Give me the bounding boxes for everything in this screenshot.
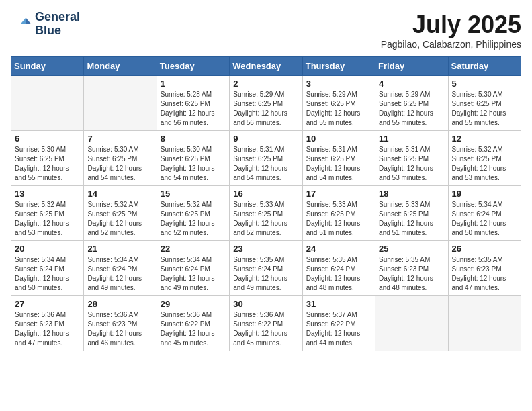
month-title: July 2025 <box>381 11 521 39</box>
calendar-cell: 2Sunrise: 5:29 AMSunset: 6:25 PMDaylight… <box>230 76 302 131</box>
calendar-cell: 28Sunrise: 5:36 AMSunset: 6:23 PMDayligh… <box>84 296 157 351</box>
day-number: 17 <box>306 189 371 199</box>
day-info: Sunrise: 5:28 AMSunset: 6:25 PMDaylight:… <box>161 90 226 128</box>
day-info: Sunrise: 5:33 AMSunset: 6:25 PMDaylight:… <box>233 200 298 238</box>
calendar-week-row: 1Sunrise: 5:28 AMSunset: 6:25 PMDaylight… <box>11 76 521 131</box>
calendar-cell: 1Sunrise: 5:28 AMSunset: 6:25 PMDaylight… <box>157 76 229 131</box>
logo-text: General Blue <box>35 11 80 38</box>
calendar-cell: 26Sunrise: 5:35 AMSunset: 6:23 PMDayligh… <box>448 241 521 296</box>
calendar-cell: 19Sunrise: 5:34 AMSunset: 6:24 PMDayligh… <box>448 186 521 241</box>
logo-icon <box>11 13 32 35</box>
calendar-week-row: 27Sunrise: 5:36 AMSunset: 6:23 PMDayligh… <box>11 296 521 351</box>
calendar-cell: 3Sunrise: 5:29 AMSunset: 6:25 PMDaylight… <box>302 76 375 131</box>
day-number: 12 <box>452 134 517 144</box>
day-number: 6 <box>15 134 80 144</box>
calendar-cell: 6Sunrise: 5:30 AMSunset: 6:25 PMDaylight… <box>11 131 84 186</box>
day-info: Sunrise: 5:37 AMSunset: 6:22 PMDaylight:… <box>306 310 371 348</box>
day-number: 9 <box>233 134 298 144</box>
day-number: 31 <box>306 299 371 309</box>
day-info: Sunrise: 5:31 AMSunset: 6:25 PMDaylight:… <box>379 145 444 183</box>
logo-line1: General <box>35 11 80 24</box>
day-info: Sunrise: 5:34 AMSunset: 6:24 PMDaylight:… <box>452 200 517 238</box>
day-number: 30 <box>233 299 298 309</box>
day-info: Sunrise: 5:35 AMSunset: 6:24 PMDaylight:… <box>306 255 371 293</box>
day-info: Sunrise: 5:29 AMSunset: 6:25 PMDaylight:… <box>306 90 371 128</box>
calendar-cell: 24Sunrise: 5:35 AMSunset: 6:24 PMDayligh… <box>302 241 375 296</box>
calendar-cell <box>448 296 521 351</box>
day-info: Sunrise: 5:30 AMSunset: 6:25 PMDaylight:… <box>15 145 80 183</box>
page-header: General Blue July 2025 Pagbilao, Calabar… <box>11 11 521 50</box>
day-number: 28 <box>87 299 152 309</box>
day-info: Sunrise: 5:32 AMSunset: 6:25 PMDaylight:… <box>452 145 517 183</box>
day-number: 20 <box>15 244 80 254</box>
day-number: 7 <box>87 134 152 144</box>
day-number: 27 <box>15 299 80 309</box>
day-number: 8 <box>161 134 226 144</box>
calendar-week-row: 13Sunrise: 5:32 AMSunset: 6:25 PMDayligh… <box>11 186 521 241</box>
day-number: 10 <box>306 134 371 144</box>
day-info: Sunrise: 5:29 AMSunset: 6:25 PMDaylight:… <box>233 90 298 128</box>
day-number: 25 <box>379 244 444 254</box>
day-info: Sunrise: 5:34 AMSunset: 6:24 PMDaylight:… <box>87 255 152 293</box>
calendar-week-row: 20Sunrise: 5:34 AMSunset: 6:24 PMDayligh… <box>11 241 521 296</box>
day-info: Sunrise: 5:31 AMSunset: 6:25 PMDaylight:… <box>306 145 371 183</box>
svg-marker-0 <box>26 17 31 24</box>
calendar-table: SundayMondayTuesdayWednesdayThursdayFrid… <box>11 56 521 351</box>
day-number: 24 <box>306 244 371 254</box>
calendar-cell: 20Sunrise: 5:34 AMSunset: 6:24 PMDayligh… <box>11 241 84 296</box>
day-number: 19 <box>452 189 517 199</box>
day-info: Sunrise: 5:30 AMSunset: 6:25 PMDaylight:… <box>452 90 517 128</box>
day-info: Sunrise: 5:35 AMSunset: 6:23 PMDaylight:… <box>379 255 444 293</box>
svg-marker-1 <box>20 17 26 24</box>
day-number: 4 <box>379 79 444 89</box>
day-number: 22 <box>161 244 226 254</box>
calendar-cell: 11Sunrise: 5:31 AMSunset: 6:25 PMDayligh… <box>375 131 448 186</box>
day-info: Sunrise: 5:32 AMSunset: 6:25 PMDaylight:… <box>87 200 152 238</box>
day-number: 23 <box>233 244 298 254</box>
day-number: 3 <box>306 79 371 89</box>
day-number: 16 <box>233 189 298 199</box>
calendar-cell: 30Sunrise: 5:36 AMSunset: 6:22 PMDayligh… <box>230 296 302 351</box>
calendar-cell: 25Sunrise: 5:35 AMSunset: 6:23 PMDayligh… <box>375 241 448 296</box>
day-info: Sunrise: 5:36 AMSunset: 6:22 PMDaylight:… <box>233 310 298 348</box>
logo-line2: Blue <box>35 24 80 38</box>
day-number: 21 <box>87 244 152 254</box>
day-info: Sunrise: 5:36 AMSunset: 6:22 PMDaylight:… <box>161 310 226 348</box>
day-number: 5 <box>452 79 517 89</box>
day-info: Sunrise: 5:33 AMSunset: 6:25 PMDaylight:… <box>306 200 371 238</box>
day-info: Sunrise: 5:29 AMSunset: 6:25 PMDaylight:… <box>379 90 444 128</box>
day-info: Sunrise: 5:30 AMSunset: 6:25 PMDaylight:… <box>161 145 226 183</box>
day-info: Sunrise: 5:32 AMSunset: 6:25 PMDaylight:… <box>15 200 80 238</box>
calendar-week-row: 6Sunrise: 5:30 AMSunset: 6:25 PMDaylight… <box>11 131 521 186</box>
day-info: Sunrise: 5:36 AMSunset: 6:23 PMDaylight:… <box>87 310 152 348</box>
calendar-cell: 29Sunrise: 5:36 AMSunset: 6:22 PMDayligh… <box>157 296 229 351</box>
weekday-header: Friday <box>375 57 448 76</box>
weekday-header: Tuesday <box>157 57 229 76</box>
calendar-cell <box>84 76 157 131</box>
calendar-cell: 18Sunrise: 5:33 AMSunset: 6:25 PMDayligh… <box>375 186 448 241</box>
calendar-cell: 9Sunrise: 5:31 AMSunset: 6:25 PMDaylight… <box>230 131 302 186</box>
logo: General Blue <box>11 11 80 38</box>
title-block: July 2025 Pagbilao, Calabarzon, Philippi… <box>381 11 521 50</box>
calendar-cell: 13Sunrise: 5:32 AMSunset: 6:25 PMDayligh… <box>11 186 84 241</box>
day-number: 26 <box>452 244 517 254</box>
day-info: Sunrise: 5:35 AMSunset: 6:24 PMDaylight:… <box>233 255 298 293</box>
day-number: 2 <box>233 79 298 89</box>
calendar-cell: 27Sunrise: 5:36 AMSunset: 6:23 PMDayligh… <box>11 296 84 351</box>
weekday-header-row: SundayMondayTuesdayWednesdayThursdayFrid… <box>11 57 521 76</box>
day-info: Sunrise: 5:34 AMSunset: 6:24 PMDaylight:… <box>15 255 80 293</box>
calendar-cell: 22Sunrise: 5:34 AMSunset: 6:24 PMDayligh… <box>157 241 229 296</box>
day-info: Sunrise: 5:34 AMSunset: 6:24 PMDaylight:… <box>161 255 226 293</box>
weekday-header: Sunday <box>11 57 84 76</box>
day-info: Sunrise: 5:32 AMSunset: 6:25 PMDaylight:… <box>161 200 226 238</box>
day-number: 18 <box>379 189 444 199</box>
day-number: 29 <box>161 299 226 309</box>
location: Pagbilao, Calabarzon, Philippines <box>381 39 521 50</box>
weekday-header: Monday <box>84 57 157 76</box>
calendar-cell: 16Sunrise: 5:33 AMSunset: 6:25 PMDayligh… <box>230 186 302 241</box>
calendar-cell: 8Sunrise: 5:30 AMSunset: 6:25 PMDaylight… <box>157 131 229 186</box>
calendar-cell: 17Sunrise: 5:33 AMSunset: 6:25 PMDayligh… <box>302 186 375 241</box>
day-number: 15 <box>161 189 226 199</box>
day-info: Sunrise: 5:35 AMSunset: 6:23 PMDaylight:… <box>452 255 517 293</box>
calendar-cell: 15Sunrise: 5:32 AMSunset: 6:25 PMDayligh… <box>157 186 229 241</box>
